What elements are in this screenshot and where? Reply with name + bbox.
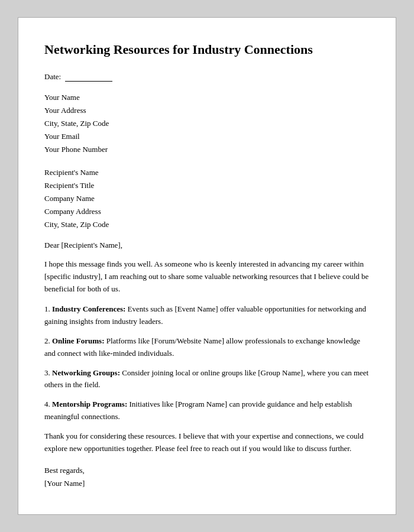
recipient-title: Recipient's Title (44, 179, 370, 192)
recipient-company-address: Company Address (44, 205, 370, 218)
recipient-block: Recipient's Name Recipient's Title Compa… (44, 166, 370, 231)
item-3-number: 3. (44, 368, 52, 377)
item-1-number: 1. (44, 304, 52, 313)
sign-off-block: Best regards, [Your Name] (44, 464, 370, 490)
item-1: 1. Industry Conferences: Events such as … (44, 303, 370, 328)
item-2: 2. Online Forums: Platforms like [Forum/… (44, 335, 370, 360)
sender-name: Your Name (44, 91, 370, 104)
sender-email: Your Email (44, 130, 370, 143)
item-3: 3. Networking Groups: Consider joining l… (44, 367, 370, 392)
letter-container: Networking Resources for Industry Connec… (18, 17, 396, 514)
date-line: Date: (44, 72, 370, 82)
recipient-company-name: Company Name (44, 192, 370, 205)
date-underline (65, 72, 112, 82)
sender-block: Your Name Your Address City, State, Zip … (44, 91, 370, 156)
intro-paragraph: I hope this message finds you well. As s… (44, 258, 370, 295)
item-1-term: Industry Conferences: (52, 304, 125, 313)
recipient-name: Recipient's Name (44, 166, 370, 179)
letter-title: Networking Resources for Industry Connec… (44, 41, 370, 59)
recipient-city-state-zip: City, State, Zip Code (44, 218, 370, 231)
sign-name: [Your Name] (44, 477, 370, 490)
sign-off-text: Best regards, (44, 464, 370, 477)
item-3-term: Networking Groups: (52, 368, 120, 377)
salutation: Dear [Recipient's Name], (44, 241, 370, 250)
sender-phone: Your Phone Number (44, 143, 370, 156)
item-2-term: Online Forums: (52, 336, 104, 345)
closing-paragraph: Thank you for considering these resource… (44, 430, 370, 455)
sender-address: Your Address (44, 104, 370, 117)
sender-city-state-zip: City, State, Zip Code (44, 117, 370, 130)
item-4-term: Mentorship Programs: (52, 400, 127, 408)
item-2-number: 2. (44, 336, 52, 345)
item-4-number: 4. (44, 400, 52, 408)
item-4: 4. Mentorship Programs: Initiatives like… (44, 398, 370, 423)
date-label: Date: (44, 72, 61, 81)
